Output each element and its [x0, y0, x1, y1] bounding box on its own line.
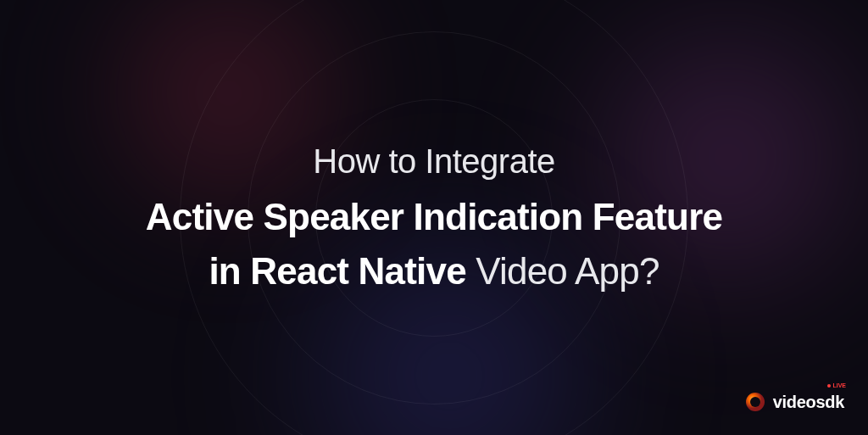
title-line-3-bold: in React Native	[209, 250, 465, 292]
main-content: How to Integrate Active Speaker Indicati…	[0, 0, 868, 435]
live-badge: LIVE	[827, 382, 846, 388]
svg-point-1	[750, 397, 760, 407]
title-line-1: How to Integrate	[313, 142, 555, 181]
live-dot-icon	[827, 384, 831, 388]
logo-text: videosdk	[773, 393, 844, 412]
live-badge-text: LIVE	[832, 382, 846, 388]
logo-icon	[744, 391, 766, 413]
title-line-2: Active Speaker Indication Feature	[146, 196, 722, 238]
brand-logo: videosdk LIVE	[744, 391, 844, 413]
title-line-3: in React Native Video App?	[209, 250, 659, 293]
title-line-3-normal: Video App?	[466, 250, 659, 292]
